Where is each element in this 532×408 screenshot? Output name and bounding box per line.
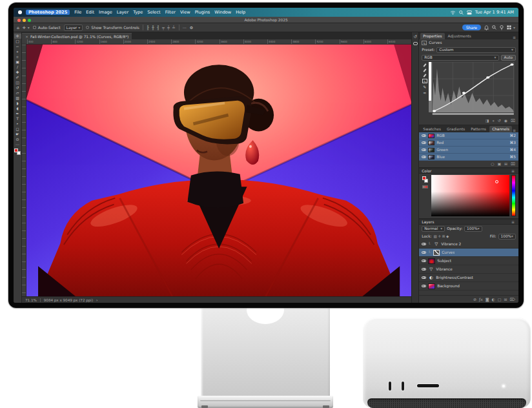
channel-row-rgb[interactable]: RGB ⌘2 (419, 132, 518, 139)
layer-group-icon[interactable]: ▢ (498, 297, 502, 301)
show-transform-toggle[interactable]: Show Transform Controls (86, 25, 139, 30)
tab-swatches[interactable]: Swatches (420, 126, 444, 132)
align-icons[interactable]: ╟ ╫ ╢ ╤ ╪ ╧ (147, 25, 176, 30)
white-point-eyedropper-icon[interactable] (423, 74, 426, 77)
targeted-adjustment-icon[interactable]: ⌖ (492, 118, 494, 123)
search-icon[interactable] (492, 25, 496, 30)
document-tab[interactable]: × Fall-Winter-Collection.psd @ 71.1% (Cu… (22, 33, 132, 39)
dodge-tool[interactable]: ◖ (14, 106, 21, 111)
layer-row-vibrance[interactable]: ▽ Vibrance (419, 265, 518, 274)
workspace-gear-icon[interactable]: ⚙ (190, 25, 193, 30)
opacity-select[interactable]: 100%▾ (464, 226, 482, 232)
more-options-icon[interactable]: ⋯ (183, 25, 187, 30)
visibility-eye-icon[interactable] (422, 141, 426, 145)
frame-tool[interactable]: ▣ (14, 59, 21, 65)
gray-point-eyedropper-icon[interactable] (423, 68, 426, 72)
menu-item[interactable]: Type (133, 10, 143, 15)
visibility-eye-icon[interactable] (422, 276, 426, 280)
tab-properties[interactable]: Properties (420, 33, 444, 39)
menu-item[interactable]: Plugins (195, 10, 210, 15)
curves-histogram[interactable] (429, 62, 516, 116)
crop-tool[interactable]: ⌗ (14, 54, 21, 59)
tab-gradients[interactable]: Gradients (444, 126, 467, 132)
menu-item[interactable]: Help (236, 10, 245, 15)
load-selection-icon[interactable]: ○ (491, 161, 494, 166)
clone-stamp-tool[interactable]: ◫ (14, 80, 21, 85)
panel-menu-icon[interactable]: ≡ (511, 219, 516, 224)
color-mini-slider[interactable] (422, 185, 428, 189)
visibility-icon[interactable]: ◉ (504, 118, 507, 123)
zoom-window-button[interactable] (28, 19, 31, 22)
search-icon[interactable] (459, 10, 464, 15)
minimize-window-button[interactable] (23, 19, 26, 22)
eraser-tool[interactable]: ▱ (14, 90, 21, 96)
link-layers-icon[interactable]: ⊘ (473, 297, 476, 301)
target-select[interactable]: Layer▾ (64, 25, 83, 31)
healing-tool[interactable]: ✚ (14, 70, 21, 75)
panel-menu-icon[interactable]: ≡ (511, 168, 516, 173)
smooth-curve-icon[interactable]: ≈ (423, 90, 426, 95)
clip-to-layer-icon[interactable]: ◨ (486, 118, 489, 123)
auto-button[interactable]: Auto (501, 55, 516, 61)
marquee-tool[interactable]: ▢ (14, 39, 21, 44)
menu-item[interactable]: Filter (165, 10, 176, 15)
hue-slider[interactable] (511, 175, 516, 216)
close-window-button[interactable] (17, 19, 21, 22)
window-titlebar[interactable]: Adobe Photoshop 2025 (14, 17, 518, 23)
lock-icons[interactable]: ▨ ✛ ⊞ ◆ (433, 234, 449, 238)
zoom-tool[interactable]: ⊙ (14, 137, 21, 142)
wifi-icon[interactable] (450, 10, 456, 15)
channel-row-red[interactable]: Red ⌘3 (419, 139, 518, 147)
menu-item[interactable]: Photoshop 2025 (26, 10, 70, 15)
visibility-eye-icon[interactable] (422, 156, 426, 159)
status-chevron[interactable]: › (96, 298, 97, 302)
path-selection-tool[interactable]: ‣ (14, 121, 21, 127)
lasso-tool[interactable]: ∽ (14, 44, 21, 49)
panel-menu-icon[interactable]: ≡ (513, 128, 517, 132)
object-selection-tool[interactable]: ⌖ (14, 49, 21, 54)
layer-effects-icon[interactable]: ƒx (479, 297, 483, 301)
menu-item[interactable]: Select (147, 10, 160, 15)
share-button[interactable]: Share (462, 25, 481, 30)
menubar-clock[interactable]: Tue Apr 1 9:41 AM (475, 10, 514, 15)
foreground-color-swatch[interactable] (14, 148, 18, 152)
visibility-eye-icon[interactable] (422, 134, 426, 138)
foreground-color-swatch[interactable] (422, 176, 426, 180)
pen-tool[interactable]: ✒ (14, 111, 21, 116)
auto-select-checkbox[interactable]: Auto-Select (33, 25, 61, 30)
color-picker-ring[interactable] (495, 180, 498, 183)
eyedropper-tool[interactable]: ∕ (14, 65, 21, 70)
channel-select[interactable]: RGB▾ (422, 55, 498, 61)
new-channel-icon[interactable]: ⊞ (504, 161, 507, 166)
blur-tool[interactable]: ◗ (14, 101, 21, 106)
visibility-eye-icon[interactable] (422, 260, 426, 263)
menu-item[interactable]: Edit (86, 10, 94, 15)
visibility-eye-icon[interactable] (422, 285, 426, 288)
preset-select[interactable]: Custom▾ (436, 47, 516, 53)
layer-row-curves[interactable]: └ Curves (419, 249, 518, 257)
type-tool[interactable]: T (14, 116, 21, 121)
tab-patterns[interactable]: Patterns (468, 126, 489, 132)
zoom-level[interactable]: 71.1% (25, 298, 41, 302)
shape-tool[interactable]: ◻ (14, 127, 21, 132)
visibility-eye-icon[interactable] (422, 243, 426, 246)
move-tool-icon[interactable]: ✛ (23, 25, 26, 30)
draw-curve-pencil-icon[interactable]: ✎ (423, 85, 426, 89)
panel-menu-icon[interactable]: ≡ (513, 35, 517, 39)
home-icon[interactable]: ⌂ (17, 25, 19, 30)
close-tab-icon[interactable]: × (25, 34, 28, 39)
layer-mask-icon[interactable]: ◙ (486, 297, 489, 301)
tab-adjustments[interactable]: Adjustments (445, 33, 474, 39)
visibility-eye-icon[interactable] (422, 148, 426, 152)
layer-row-background[interactable]: Background (419, 282, 518, 291)
delete-channel-icon[interactable]: ⌧ (511, 161, 515, 166)
layer-row-vibrance-2[interactable]: └ ▽ Vibrance 2 (419, 240, 518, 249)
channel-row-green[interactable]: Green ⌘4 (419, 147, 518, 154)
visibility-eye-icon[interactable] (422, 268, 426, 271)
edit-points-icon[interactable]: ∿ (422, 79, 427, 83)
visibility-eye-icon[interactable] (422, 251, 426, 254)
layer-thumbnail[interactable] (428, 258, 435, 264)
history-panel-icon[interactable]: ↺ (414, 34, 417, 39)
gradient-tool[interactable]: ▥ (14, 96, 21, 101)
menu-item[interactable]: View (180, 10, 190, 15)
